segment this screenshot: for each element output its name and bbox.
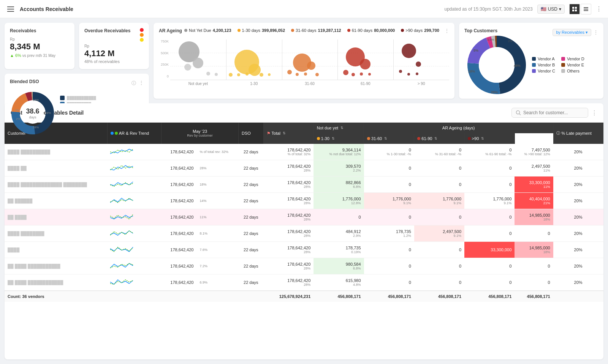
top-customers-more-button[interactable]: ⋮ <box>594 30 598 35</box>
table-row: ██ ████ 178,642,420 11% 22 days 178,642,… <box>5 209 603 225</box>
svg-text:3.6%: 3.6% <box>487 38 494 41</box>
late-payment-pct: 20% <box>553 242 603 258</box>
receivables-currency: Rp <box>10 37 15 41</box>
bubble-16 <box>296 73 299 76</box>
svg-point-34 <box>516 111 520 114</box>
col-total: ⚑ Total ⇅ <box>263 123 314 144</box>
ar-ageing-legend: Not Yet Due 4,200,123 1-30 days 399,896,… <box>184 28 439 33</box>
sparkline-cell <box>107 258 161 274</box>
dso-center-label: days <box>26 115 39 119</box>
sixty-ninety-amount: 1,776,000 9.1% <box>464 193 515 209</box>
dso-value: 22 days <box>239 209 264 225</box>
search-input[interactable] <box>523 110 584 115</box>
late-payment-pct: 20% <box>553 193 603 209</box>
footer-61-90: 456,808,171 <box>464 291 515 302</box>
thirty-sixty-amount: 0 <box>414 274 464 291</box>
col-61-90: 61-90 ⇅ <box>414 133 464 144</box>
bubble-23 <box>360 72 363 76</box>
late-payment-pct: 20% <box>553 144 603 160</box>
over-ninety-amount: 14,985,000 18% <box>515 209 553 225</box>
rev-pct: 7.6% <box>196 242 238 258</box>
table-row: ████ ██████████ 178,642,420 % of total r… <box>5 144 603 160</box>
dso-more-button[interactable]: ⋮ <box>139 80 144 87</box>
customer-name: ████ ██████████ <box>5 144 107 160</box>
rev-amount: 178,642,420 <box>162 274 197 291</box>
vendor-c-label: Vendor C <box>538 69 555 73</box>
svg-point-27 <box>479 47 515 83</box>
thirty-sixty-amount: 0 <box>414 258 464 274</box>
svg-text:5%: 5% <box>473 49 478 52</box>
not-due-yet-amount: 0 <box>314 209 364 225</box>
table-row: ██ ████ ███████████ 178,642,420 7.2% 22 … <box>5 258 603 274</box>
sparkline-cell <box>107 225 161 242</box>
receivables-title: Receivables <box>10 28 69 33</box>
grid-view-button[interactable] <box>569 4 580 14</box>
rev-amount: 178,642,420 <box>162 144 197 160</box>
svg-rect-1 <box>7 9 14 9</box>
svg-text:48%: 48% <box>45 111 51 115</box>
total-amount: 178,642,420 % of total: 32% <box>263 144 314 160</box>
overdue-card: Overdue Receivables Rp 4,112 M 48% of re <box>79 23 149 69</box>
rev-pct: 8.1% <box>196 225 238 242</box>
table-more-button[interactable]: ⋮ <box>591 109 597 117</box>
late-payment-pct: 20% <box>553 225 603 242</box>
currency-selector[interactable]: 🇺🇸 USD ▾ <box>537 5 565 14</box>
thirty-sixty-amount: 0 % 31-60 total: -% <box>414 144 464 160</box>
svg-line-35 <box>519 114 521 115</box>
overdue-currency: Rp <box>84 44 89 48</box>
ar-ageing-more-button[interactable]: ⋮ <box>445 28 449 33</box>
not-due-yet-amount: 980,584 6.8% <box>314 258 364 274</box>
x-label-over-90: > 90 <box>393 82 449 86</box>
svg-text:5%: 5% <box>15 109 20 112</box>
over-ninety-amount: 33,300,000 11% <box>515 176 553 193</box>
footer-1-30: 456,808,171 <box>364 291 414 302</box>
ar-ageing-title: AR Ageing <box>159 28 182 33</box>
col-1-30: 1-30 ⇅ <box>314 133 364 144</box>
table-row: ████ ██████████████ ████████ 178,642,420… <box>5 176 603 193</box>
rev-amount: 178,642,420 <box>162 176 197 193</box>
over-ninety-amount: 2,497,500 11% <box>515 160 553 176</box>
overdue-subtitle: 48% of receivables <box>84 59 144 64</box>
header-more-button[interactable]: ⋮ <box>596 5 602 13</box>
sidebar-toggle[interactable] <box>6 5 15 14</box>
top-customers-donut: 48% 28% 18% 5% 3.6% 2% <box>464 35 529 95</box>
top-customers-title: Top Customers <box>464 28 497 33</box>
over-ninety-amount: 7,497,500 % >90 total: 12% <box>515 144 553 160</box>
rev-pct: 6.9% <box>196 274 238 291</box>
y-label-750k: 750K <box>161 39 169 43</box>
over-ninety-amount: 14,985,000 18% <box>515 242 553 258</box>
customer-name: ██ ██████ <box>5 193 107 209</box>
rev-amount: 178,642,420 <box>162 209 197 225</box>
dso-value: 22 days <box>239 176 264 193</box>
one-thirty-amount: 0 <box>364 242 414 258</box>
over-ninety-amount: 0 <box>515 225 553 242</box>
svg-text:28%: 28% <box>33 126 39 129</box>
by-receivables-label: by Receivables <box>556 30 584 35</box>
svg-rect-7 <box>584 7 588 8</box>
one-thirty-amount: 0 <box>364 209 414 225</box>
table-row: ██ ████ ████████████ 178,642,420 6.9% 22… <box>5 274 603 291</box>
bubble-4 <box>206 72 210 76</box>
sparkline-cell <box>107 274 161 291</box>
rev-pct: 14% <box>196 193 238 209</box>
search-box[interactable] <box>511 108 588 118</box>
one-thirty-amount: 0 <box>364 258 414 274</box>
sixty-ninety-amount: 0 <box>464 176 515 193</box>
thirty-sixty-amount: 2,497,500 9.1% <box>414 225 464 242</box>
blended-dso-title: Blended DSO <box>10 79 39 84</box>
svg-text:2%: 2% <box>16 117 21 121</box>
vendor-others-label: Others <box>567 69 580 73</box>
ar-ageing-card: AR Ageing Not Yet Due 4,200,123 1-30 day… <box>154 23 454 99</box>
info-icon[interactable]: ⓘ <box>131 80 136 87</box>
list-view-button[interactable] <box>581 4 591 14</box>
sparkline-cell <box>107 193 161 209</box>
customer-name: ████ <box>5 242 107 258</box>
footer-not-due: 456,808,171 <box>314 291 364 302</box>
sixty-ninety-amount: 0 % 61-90 total: -% <box>464 144 515 160</box>
svg-text:2%: 2% <box>508 39 513 43</box>
bubble-12 <box>268 73 271 76</box>
dso-value: 22 days <box>239 160 264 176</box>
by-receivables-button[interactable]: by Receivables ▾ <box>553 29 591 36</box>
late-payment-pct: 20% <box>553 176 603 193</box>
not-due-yet-amount: 9,364,114 % not due total: 12% <box>314 144 364 160</box>
